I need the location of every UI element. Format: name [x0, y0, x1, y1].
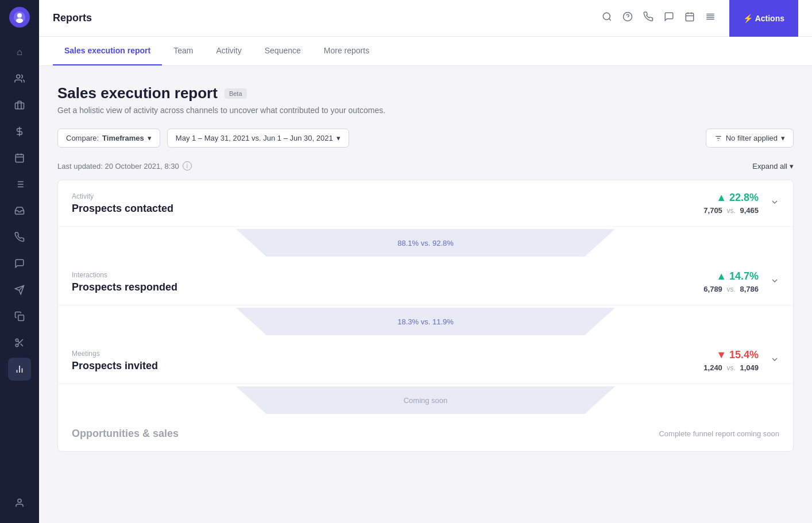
dollar-icon[interactable] — [8, 120, 31, 143]
chevron-expand-2[interactable] — [770, 355, 779, 366]
search-icon[interactable] — [602, 11, 612, 25]
tab-team[interactable]: Team — [162, 37, 204, 65]
metric-val1-2: 1,240 — [703, 363, 722, 372]
funnel-connector-0: 88.1% vs. 92.8% — [58, 227, 793, 259]
send-icon[interactable] — [8, 278, 31, 301]
funnel-shape-0: 88.1% vs. 92.8% — [236, 229, 615, 257]
svg-line-29 — [609, 18, 611, 20]
page-title: Sales execution report — [57, 84, 218, 102]
filters-row: Compare: Timeframes ▾ May 1 – May 31, 20… — [57, 129, 794, 148]
metric-vals-2: 1,240 vs. 1,049 — [703, 363, 759, 372]
svg-rect-18 — [18, 315, 24, 321]
funnel-row-2: Meetings Prospects invited ▼ 15.4% 1,240… — [58, 338, 793, 384]
beta-badge: Beta — [225, 88, 247, 99]
card-label-group-2: Meetings Prospects invited — [72, 350, 703, 372]
phone-icon[interactable] — [8, 226, 31, 249]
chart-icon[interactable] — [8, 358, 31, 381]
svg-point-1 — [17, 13, 22, 18]
svg-rect-32 — [686, 13, 694, 21]
chevron-expand-0[interactable] — [770, 197, 779, 209]
page-subtitle: Get a holistic view of activity across c… — [57, 106, 794, 115]
card-metrics-0: ▲ 22.8% 7,705 vs. 9,465 — [703, 192, 759, 215]
sidebar: ⌂ — [0, 0, 39, 523]
svg-point-20 — [16, 344, 18, 347]
card-label-group-1: Interactions Prospects responded — [72, 271, 703, 293]
svg-line-22 — [21, 344, 23, 346]
topbar: Reports ⚡ Actions — [39, 0, 812, 37]
phone-topbar-icon[interactable] — [643, 11, 654, 25]
app-logo[interactable] — [9, 7, 30, 28]
main-area: Reports ⚡ Actions Sales exe — [39, 0, 812, 523]
chat-icon[interactable] — [8, 252, 31, 275]
card-category-0: Activity — [72, 192, 703, 200]
svg-rect-4 — [16, 103, 24, 109]
card-label-group-0: Activity Prospects contacted — [72, 192, 703, 215]
date-range-value: May 1 – May 31, 2021 vs. Jun 1 – Jun 30,… — [176, 134, 333, 142]
svg-point-2 — [16, 18, 23, 23]
no-filter-label: No filter applied — [726, 134, 778, 142]
metric-pct-0: ▲ 22.8% — [716, 192, 759, 204]
last-updated-row: Last updated: 20 October 2021, 8:30 i Ex… — [57, 161, 794, 171]
last-updated-text: Last updated: 20 October 2021, 8:30 — [57, 162, 179, 171]
coming-soon-shape: Coming soon — [236, 386, 615, 414]
actions-button[interactable]: ⚡ Actions — [729, 0, 798, 37]
metric-val2-0: 9,465 — [740, 206, 759, 215]
svg-point-19 — [16, 339, 18, 342]
page-header: Sales execution report Beta Get a holist… — [57, 84, 794, 115]
funnel-row-1: Interactions Prospects responded ▲ 14.7%… — [58, 259, 793, 305]
expand-all-button[interactable]: Expand all ▾ — [752, 162, 794, 171]
opportunities-coming-soon: Complete funnel report coming soon — [659, 429, 779, 438]
chevron-down-icon: ▾ — [790, 162, 794, 171]
topbar-icons — [602, 11, 716, 25]
chevron-down-icon: ▾ — [781, 134, 785, 142]
card-title-1: Prospects responded — [72, 281, 703, 293]
metric-val2-2: 1,049 — [740, 363, 759, 372]
no-filter-button[interactable]: No filter applied ▾ — [706, 129, 794, 148]
card-category-1: Interactions — [72, 271, 703, 279]
metric-pct-2: ▼ 15.4% — [716, 349, 759, 361]
calendar-icon[interactable] — [8, 146, 31, 169]
help-icon[interactable] — [622, 11, 633, 25]
calendar-topbar-icon[interactable] — [685, 11, 695, 25]
inbox-icon[interactable] — [8, 199, 31, 222]
metric-vals-0: 7,705 vs. 9,465 — [703, 206, 759, 215]
card-title-0: Prospects contacted — [72, 203, 703, 215]
content-area: Sales execution report Beta Get a holist… — [39, 66, 812, 523]
compare-filter[interactable]: Compare: Timeframes ▾ — [57, 129, 160, 148]
funnel-connector-2: Coming soon — [58, 384, 793, 416]
home-icon[interactable]: ⌂ — [8, 41, 31, 64]
metric-vals-1: 6,789 vs. 8,786 — [703, 285, 759, 293]
copy-icon[interactable] — [8, 305, 31, 328]
people-icon[interactable] — [8, 67, 31, 90]
page-heading: Reports — [53, 12, 602, 24]
tab-more-reports[interactable]: More reports — [312, 37, 381, 65]
info-icon[interactable]: i — [183, 161, 192, 171]
card-title-2: Prospects invited — [72, 360, 703, 372]
chat-topbar-icon[interactable] — [664, 11, 674, 25]
compare-value: Timeframes — [102, 134, 144, 142]
svg-point-28 — [604, 13, 610, 20]
chevron-down-icon: ▾ — [337, 134, 341, 142]
list-icon[interactable] — [8, 173, 31, 196]
tab-sequence[interactable]: Sequence — [253, 37, 312, 65]
tab-navigation: Sales execution report Team Activity Seq… — [39, 37, 812, 66]
scissors-icon[interactable] — [8, 331, 31, 354]
opportunities-title: Opportunities & sales — [72, 428, 659, 440]
tab-sales-execution[interactable]: Sales execution report — [53, 37, 162, 65]
date-range-filter[interactable]: May 1 – May 31, 2021 vs. Jun 1 – Jun 30,… — [167, 129, 349, 148]
svg-line-23 — [18, 341, 20, 343]
svg-point-3 — [17, 75, 20, 78]
compare-label: Compare: — [66, 134, 99, 142]
card-metrics-2: ▼ 15.4% 1,240 vs. 1,049 — [703, 349, 759, 372]
menu-topbar-icon[interactable] — [705, 11, 716, 25]
briefcase-icon[interactable] — [8, 94, 31, 117]
tab-activity[interactable]: Activity — [204, 37, 253, 65]
chevron-expand-1[interactable] — [770, 276, 779, 288]
metric-pct-1: ▲ 14.7% — [716, 270, 759, 282]
metric-val1-0: 7,705 — [703, 206, 722, 215]
user-icon[interactable] — [8, 491, 31, 514]
funnel-shape-1: 18.3% vs. 11.9% — [236, 308, 615, 335]
card-metrics-1: ▲ 14.7% 6,789 vs. 8,786 — [703, 270, 759, 293]
svg-point-27 — [18, 499, 21, 502]
funnel-cards: Activity Prospects contacted ▲ 22.8% 7,7… — [57, 180, 794, 452]
